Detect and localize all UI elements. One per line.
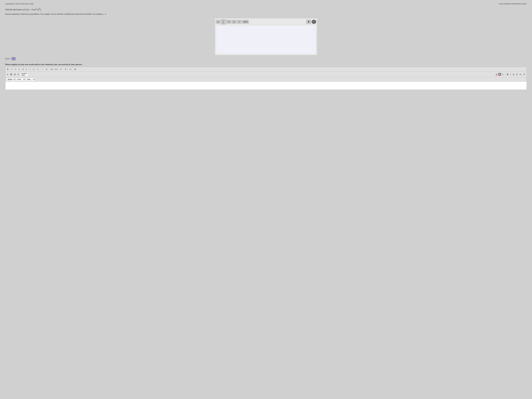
subscript-button[interactable]: x2 (519, 73, 522, 76)
rich-toolbar-row2: ≡ ⊞ Ω Σ Equation Editor A A Ix B I U S x… (5, 71, 527, 77)
unordered-list-button[interactable]: ⁘ (41, 68, 44, 71)
size-dropdown[interactable]: Size (26, 78, 35, 81)
separator (49, 68, 49, 70)
abs-button[interactable]: |a| (232, 20, 236, 24)
justify-button[interactable]: ≡≡ (73, 68, 77, 71)
format-dropdown-row: Styles Font Size (5, 77, 527, 82)
math-toolbar-right: 🗑 ? (306, 20, 316, 24)
problem-text: Find the derivative of f (y) = 4 sin5 (y… (5, 7, 527, 11)
omega-button[interactable]: Ω (13, 73, 16, 76)
fraction-button[interactable]: a b (221, 19, 226, 24)
sigma-button[interactable]: Σ (17, 73, 20, 76)
strikethrough-button[interactable]: S (515, 73, 518, 76)
pi-button[interactable]: π (237, 20, 242, 24)
indent-left-button[interactable]: ⇤≡ (50, 68, 54, 71)
align-right-button[interactable]: ≡→ (69, 68, 73, 71)
paste-button[interactable]: ⬚ (28, 68, 31, 71)
top-note: explanation will not earn any credit. to… (5, 3, 527, 5)
paste-special-button[interactable]: ⬚+ (32, 68, 36, 71)
find-button[interactable]: 🔍 (36, 68, 40, 71)
superscript-button[interactable]: ab (216, 20, 221, 24)
separator (13, 68, 13, 70)
sqrt-button[interactable]: √a (226, 20, 231, 24)
font-color-button[interactable]: A (495, 73, 498, 76)
answer-input-box[interactable] (12, 57, 15, 60)
list-button[interactable]: ≡ (6, 73, 9, 76)
undo-list-button[interactable]: ☰ (6, 68, 9, 71)
math-input-area[interactable] (216, 25, 316, 54)
rich-text-editor: ☰ ⤢ ↩ ↪ ⎘ ✂ ⬚ ⬚+ 🔍 ⁘ ≔ ⇤≡ ≡⇥ ≡← ≡↔ ≡→ ≡≡… (5, 67, 527, 90)
font-dropdown[interactable]: Font (16, 78, 25, 81)
align-center-button[interactable]: ≡↔ (64, 68, 69, 71)
cut-button[interactable]: ✂ (25, 68, 28, 71)
ordered-list-button[interactable]: ≔ (45, 68, 48, 71)
rich-content-area[interactable] (5, 82, 527, 90)
answer-label: f′ (y) = (5, 57, 11, 60)
math-toolbar: ab a b √a |a| π sin(a) 🗑 (216, 19, 316, 24)
explain-label: Please explain, in your own words and in… (5, 63, 527, 66)
underline-button[interactable]: U (512, 73, 515, 76)
equation-editor-button[interactable]: Equation Editor (20, 72, 28, 76)
indent-right-button[interactable]: ≡⇥ (54, 68, 58, 71)
format-group: A A Ix B I U S x2 x2 (495, 73, 526, 76)
sin-button[interactable]: sin(a) (242, 20, 249, 24)
help-button[interactable]: ? (311, 20, 316, 24)
align-left-button[interactable]: ≡← (60, 68, 64, 71)
maximize-button[interactable]: ⤢ (10, 68, 13, 71)
rich-toolbar-row1: ☰ ⤢ ↩ ↪ ⎘ ✂ ⬚ ⬚+ 🔍 ⁘ ≔ ⇤≡ ≡⇥ ≡← ≡↔ ≡→ ≡≡ (5, 67, 527, 71)
superscript-format-button[interactable]: x2 (522, 73, 526, 76)
font-highlight-button[interactable]: A (498, 73, 501, 76)
math-editor: ab a b √a |a| π sin(a) 🗑 (215, 18, 317, 55)
redo-button[interactable]: ↪ (17, 68, 20, 71)
italic-button[interactable]: I (510, 73, 512, 76)
bold-button[interactable]: B (506, 73, 509, 76)
clear-format-button[interactable]: Ix (502, 73, 504, 76)
clear-button[interactable]: 🗑 (306, 20, 311, 24)
instruction-text: Enclose arguments of functions in parent… (5, 13, 527, 15)
copy-button[interactable]: ⎘ (22, 68, 25, 71)
styles-dropdown[interactable]: Styles (6, 78, 15, 81)
undo-button[interactable]: ↩ (14, 68, 17, 71)
answer-line: f′ (y) = (5, 57, 527, 60)
table-button[interactable]: ⊞ (10, 73, 13, 76)
